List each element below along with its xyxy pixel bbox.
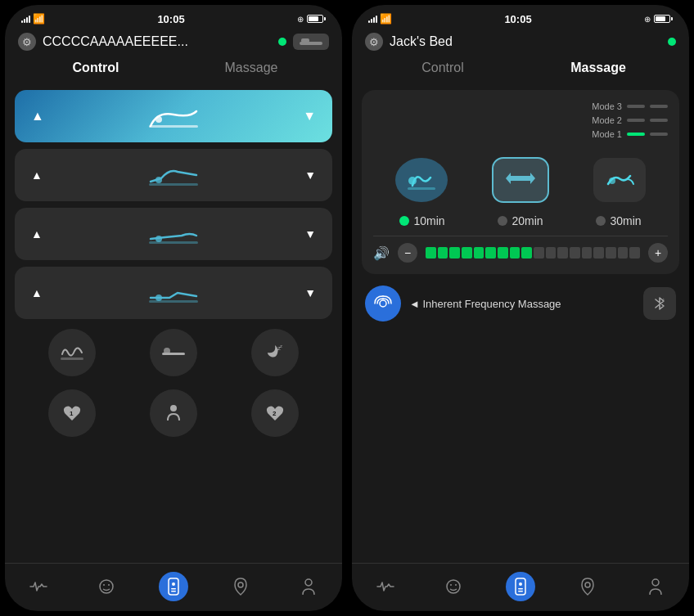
- right-app-header: ⚙ Jack's Bed: [352, 29, 689, 57]
- mode-3-label: Mode 3: [592, 101, 622, 111]
- down-arrow-3-icon[interactable]: ▼: [304, 227, 316, 241]
- right-remote-icon: [513, 578, 528, 596]
- app-container: 📶 10:05 ⊕ ⚙ CCCCCAAAAAEEEEE...: [0, 0, 694, 616]
- up-arrow-4-icon[interactable]: ▲: [31, 286, 43, 299]
- rbar2: [371, 19, 372, 23]
- volume-bar[interactable]: [426, 245, 640, 260]
- time-30-label: 30min: [610, 214, 641, 227]
- nav-location-left[interactable]: [226, 572, 255, 601]
- right-wifi-icon: 📶: [380, 13, 392, 25]
- location-icon: [233, 578, 248, 596]
- speaker-icon: 🔊: [373, 245, 390, 261]
- time-30min[interactable]: 30min: [596, 214, 641, 227]
- vseg8: [510, 247, 520, 259]
- modes-top-right: Mode 3 Mode 2 Mode 1: [592, 101, 668, 139]
- up-arrow-icon[interactable]: ▲: [31, 109, 44, 124]
- nav-heartbeat-left[interactable]: [24, 572, 53, 601]
- bluetooth-music-button[interactable]: ♪: [643, 287, 676, 320]
- right-location-icon: ⊕: [644, 15, 651, 24]
- svg-text:1: 1: [70, 410, 74, 417]
- svg-rect-21: [169, 578, 178, 595]
- right-massage-content: Mode 3 Mode 2 Mode 1: [352, 87, 689, 563]
- rbar4: [376, 16, 377, 23]
- down-arrow-4-icon[interactable]: ▼: [304, 286, 316, 299]
- right-gear-icon[interactable]: ⚙: [365, 33, 383, 51]
- repeat-icon: [506, 168, 535, 192]
- up-arrow-3-icon[interactable]: ▲: [31, 227, 43, 241]
- time-10min[interactable]: 10min: [399, 214, 444, 227]
- svg-point-12: [164, 348, 170, 354]
- down-arrow-2-icon[interactable]: ▼: [304, 169, 316, 182]
- control-row-legs[interactable]: ▲ ▼: [15, 267, 332, 319]
- left-device-name: CCCCCAAAAAEEEEE...: [43, 34, 272, 49]
- vseg6: [485, 247, 496, 259]
- tab-massage-left[interactable]: Massage: [174, 57, 329, 79]
- divider-1: [373, 236, 668, 236]
- wifi-icon: 📶: [33, 13, 45, 25]
- flat-icon: [162, 344, 185, 361]
- bluetooth-music-icon: ♪: [652, 295, 667, 312]
- nav-face-right[interactable]: [439, 572, 468, 601]
- control-row-lower-back[interactable]: ▲ ▼: [15, 208, 332, 260]
- svg-point-20: [108, 584, 110, 586]
- nav-face-left[interactable]: [92, 572, 121, 601]
- wave-button[interactable]: [48, 329, 96, 376]
- up-arrow-2-icon[interactable]: ▲: [31, 169, 43, 182]
- frequency-label: ◄ Inherent Frequency Massage: [409, 298, 635, 310]
- heart2-icon: 2: [264, 402, 286, 424]
- bed-icon-2: [149, 162, 198, 188]
- arm-wave-icon: [604, 168, 635, 192]
- vseg4: [462, 247, 472, 259]
- time-dot-20: [498, 216, 507, 226]
- circle-buttons-row1: z z: [15, 326, 332, 380]
- frequency-button[interactable]: [365, 286, 401, 321]
- person-button[interactable]: [150, 389, 197, 437]
- nav-heartbeat-right[interactable]: [371, 572, 400, 601]
- svg-point-32: [447, 580, 460, 593]
- preset1-button[interactable]: 1: [48, 389, 96, 437]
- right-signal-bars-icon: [368, 15, 377, 23]
- right-battery: ⊕: [644, 15, 673, 24]
- right-wifi-status-dot: [668, 38, 676, 46]
- massage-btn-arm-wave[interactable]: [593, 158, 646, 202]
- nav-location-right[interactable]: [573, 572, 602, 601]
- nav-person-left[interactable]: [294, 572, 323, 601]
- svg-text:2: 2: [273, 410, 277, 417]
- nav-person-right[interactable]: [641, 572, 670, 601]
- time-dot-10: [399, 216, 409, 226]
- time-20min[interactable]: 20min: [498, 214, 543, 227]
- control-row-upper-back[interactable]: ▲ ▼: [15, 149, 332, 201]
- left-signal: 📶: [21, 13, 45, 25]
- tab-control-left[interactable]: Control: [18, 57, 174, 79]
- face-icon: [98, 578, 115, 595]
- time-20-label: 20min: [511, 214, 543, 227]
- vseg18: [629, 247, 640, 259]
- vseg11: [546, 247, 557, 259]
- down-arrow-icon[interactable]: ▼: [303, 109, 316, 124]
- bed-icon-4: [149, 280, 198, 306]
- bar2: [24, 19, 25, 23]
- vol-plus-button[interactable]: +: [648, 243, 668, 263]
- device-icon: [293, 34, 329, 50]
- flat-button[interactable]: [150, 329, 197, 376]
- rbar1: [368, 20, 370, 23]
- bar3: [26, 17, 28, 23]
- nav-remote-left[interactable]: [159, 572, 188, 601]
- right-time: 10:05: [504, 13, 531, 25]
- mode-1-bar2: [650, 133, 668, 136]
- massage-btn-body-wave[interactable]: [395, 158, 448, 202]
- vseg2: [438, 247, 448, 259]
- vseg15: [593, 247, 604, 259]
- massage-btn-repeat[interactable]: [492, 157, 549, 203]
- control-row-incline[interactable]: ▲ ▼: [15, 90, 332, 142]
- heart1-icon: 1: [61, 402, 83, 424]
- nav-remote-right[interactable]: [506, 572, 535, 601]
- sleep-button[interactable]: z z: [251, 329, 299, 376]
- vol-minus-button[interactable]: −: [398, 243, 417, 263]
- gear-icon[interactable]: ⚙: [18, 33, 36, 51]
- mode-2-row: Mode 2: [592, 115, 668, 125]
- svg-point-8: [155, 295, 162, 301]
- tab-control-right[interactable]: Control: [365, 57, 520, 79]
- tab-massage-right[interactable]: Massage: [520, 57, 676, 79]
- preset2-button[interactable]: 2: [251, 389, 299, 437]
